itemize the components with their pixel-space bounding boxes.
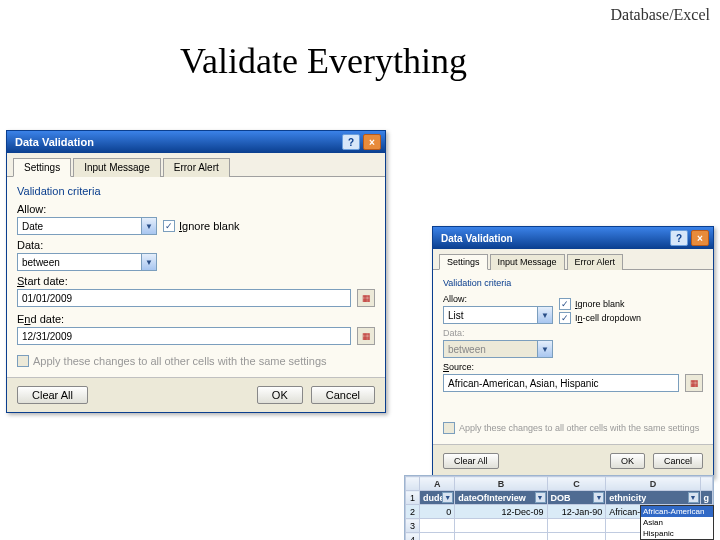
- allow-label: Allow:: [17, 203, 157, 215]
- col-header[interactable]: A: [420, 477, 455, 491]
- titlebar[interactable]: Data Validation ? ×: [7, 131, 385, 153]
- end-date-label: End date:: [17, 313, 375, 325]
- apply-changes-checkbox: Apply these changes to all other cells w…: [17, 355, 375, 367]
- row-header[interactable]: 4: [406, 533, 420, 541]
- dropdown-option[interactable]: Asian: [641, 517, 713, 528]
- filter-icon[interactable]: ▼: [688, 492, 699, 503]
- data-label: Data:: [443, 328, 553, 338]
- allow-combo[interactable]: List ▼: [443, 306, 553, 324]
- ignore-blank-checkbox[interactable]: ✓ Ignore blank: [163, 220, 240, 232]
- apply-changes-checkbox: Apply these changes to all other cells w…: [443, 422, 703, 434]
- start-date-input[interactable]: 01/01/2009: [17, 289, 351, 307]
- clear-all-button[interactable]: Clear All: [17, 386, 88, 404]
- range-select-icon[interactable]: ▦: [357, 327, 375, 345]
- cell[interactable]: [420, 519, 455, 533]
- dropdown-option[interactable]: Hispanic: [641, 528, 713, 539]
- titlebar[interactable]: Data Validation ? ×: [433, 227, 713, 249]
- help-icon[interactable]: ?: [342, 134, 360, 150]
- breadcrumb: Database/Excel: [611, 6, 711, 24]
- table-header-cell[interactable]: DOB▼: [547, 491, 606, 505]
- tab-input-message[interactable]: Input Message: [490, 254, 565, 270]
- tab-input-message[interactable]: Input Message: [73, 158, 161, 177]
- chevron-down-icon: ▼: [537, 341, 552, 357]
- col-header[interactable]: [700, 477, 713, 491]
- allow-value: Date: [22, 221, 141, 232]
- page-title: Validate Everything: [180, 40, 467, 82]
- cell[interactable]: [420, 533, 455, 541]
- tab-settings[interactable]: Settings: [439, 254, 488, 270]
- table-header-cell[interactable]: g: [700, 491, 713, 505]
- filter-icon[interactable]: ▼: [442, 492, 453, 503]
- col-header[interactable]: D: [606, 477, 700, 491]
- cell[interactable]: [455, 519, 547, 533]
- help-icon[interactable]: ?: [670, 230, 688, 246]
- cell[interactable]: 0: [420, 505, 455, 519]
- apply-changes-label: Apply these changes to all other cells w…: [459, 423, 699, 433]
- ignore-blank-label: Ignore blank: [575, 299, 625, 309]
- tab-error-alert[interactable]: Error Alert: [163, 158, 230, 177]
- data-value: between: [448, 344, 537, 355]
- cell[interactable]: 12-Jan-90: [547, 505, 606, 519]
- tabstrip: Settings Input Message Error Alert: [433, 249, 713, 270]
- chevron-down-icon: ▼: [141, 254, 156, 270]
- row-header[interactable]: 3: [406, 519, 420, 533]
- cancel-button[interactable]: Cancel: [311, 386, 375, 404]
- allow-label: Allow:: [443, 294, 553, 304]
- cell[interactable]: [455, 533, 547, 541]
- cell[interactable]: [547, 519, 606, 533]
- apply-changes-label: Apply these changes to all other cells w…: [33, 355, 327, 367]
- incell-dropdown-checkbox[interactable]: ✓ In-cell dropdown: [559, 312, 641, 324]
- source-label: Source:: [443, 362, 703, 372]
- chevron-down-icon: ▼: [141, 218, 156, 234]
- clear-all-button[interactable]: Clear All: [443, 453, 499, 469]
- data-value: between: [22, 257, 141, 268]
- allow-value: List: [448, 310, 537, 321]
- start-date-label: Start date:: [17, 275, 375, 287]
- range-select-icon[interactable]: ▦: [357, 289, 375, 307]
- data-combo[interactable]: between ▼: [17, 253, 157, 271]
- tab-settings[interactable]: Settings: [13, 158, 71, 177]
- section-heading: Validation criteria: [17, 185, 375, 197]
- data-combo: between ▼: [443, 340, 553, 358]
- tab-error-alert[interactable]: Error Alert: [567, 254, 624, 270]
- section-heading: Validation criteria: [443, 278, 703, 288]
- data-label: Data:: [17, 239, 157, 251]
- row-header[interactable]: 2: [406, 505, 420, 519]
- ignore-blank-checkbox[interactable]: ✓ Ignore blank: [559, 298, 641, 310]
- col-header[interactable]: B: [455, 477, 547, 491]
- cell[interactable]: 12-Dec-09: [455, 505, 547, 519]
- data-validation-dialog-list: Data Validation ? × Settings Input Messa…: [432, 226, 714, 478]
- close-icon[interactable]: ×: [363, 134, 381, 150]
- col-header[interactable]: C: [547, 477, 606, 491]
- ignore-blank-label: Ignore blank: [179, 220, 240, 232]
- table-header-cell[interactable]: dude▼: [420, 491, 455, 505]
- range-select-icon[interactable]: ▦: [685, 374, 703, 392]
- allow-combo[interactable]: Date ▼: [17, 217, 157, 235]
- ok-button[interactable]: OK: [257, 386, 303, 404]
- incell-dropdown-list[interactable]: African-American Asian Hispanic: [640, 505, 714, 540]
- select-all-cell[interactable]: [406, 477, 420, 491]
- incell-dropdown-label: In-cell dropdown: [575, 313, 641, 323]
- source-input[interactable]: African-American, Asian, Hispanic: [443, 374, 679, 392]
- cancel-button[interactable]: Cancel: [653, 453, 703, 469]
- end-date-input[interactable]: 12/31/2009: [17, 327, 351, 345]
- titlebar-text: Data Validation: [15, 136, 94, 148]
- chevron-down-icon: ▼: [537, 307, 552, 323]
- close-icon[interactable]: ×: [691, 230, 709, 246]
- table-header-cell[interactable]: dateOfInterview▼: [455, 491, 547, 505]
- filter-icon[interactable]: ▼: [593, 492, 604, 503]
- cell[interactable]: [547, 533, 606, 541]
- dropdown-option[interactable]: African-American: [641, 506, 713, 517]
- titlebar-text: Data Validation: [441, 233, 513, 244]
- data-validation-dialog-date: Data Validation ? × Settings Input Messa…: [6, 130, 386, 413]
- tabstrip: Settings Input Message Error Alert: [7, 153, 385, 177]
- table-header-cell[interactable]: ethnicity▼: [606, 491, 700, 505]
- ok-button[interactable]: OK: [610, 453, 645, 469]
- filter-icon[interactable]: ▼: [535, 492, 546, 503]
- row-header[interactable]: 1: [406, 491, 420, 505]
